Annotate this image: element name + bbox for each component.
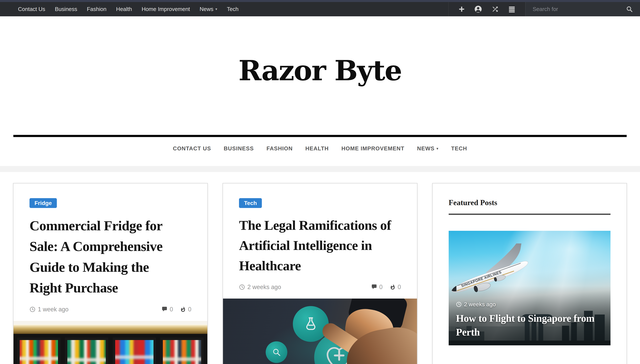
- top-navbar: Contact Us Business Fashion Health Home …: [0, 2, 640, 16]
- user-account-icon[interactable]: [474, 5, 482, 13]
- post-date: 1 week ago: [30, 306, 69, 313]
- category-badge[interactable]: Tech: [239, 198, 262, 208]
- site-logo[interactable]: Razor Byte: [238, 54, 402, 87]
- fire-icon: [180, 306, 186, 312]
- post-card-ai-healthcare: Tech The Legal Ramifications of Artifici…: [222, 183, 417, 364]
- topbar-menu: Contact Us Business Fashion Health Home …: [0, 2, 238, 16]
- post-thumbnail-fridge[interactable]: [14, 321, 207, 364]
- magnifier-icon: [266, 341, 287, 363]
- mainnav-health[interactable]: HEALTH: [305, 145, 329, 152]
- topnav-contact-us[interactable]: Contact Us: [18, 6, 45, 12]
- featured-posts-widget: Featured Posts: [432, 183, 627, 364]
- post-meta: 1 week ago 0 0: [30, 306, 191, 313]
- comment-icon: [371, 284, 377, 290]
- chevron-down-icon: ▾: [215, 7, 217, 11]
- post-title-link[interactable]: Commercial Fridge for Sale: A Comprehens…: [30, 215, 182, 298]
- mainnav-home-improvement[interactable]: HOME IMPROVEMENT: [341, 145, 404, 152]
- featured-post-overlay: 2 weeks ago How to Flight to Singapore f…: [456, 301, 603, 339]
- posts-row: Fridge Commercial Fridge for Sale: A Com…: [0, 172, 640, 364]
- header-rule: [13, 135, 627, 137]
- fridge-photo: [14, 334, 207, 364]
- featured-posts-heading: Featured Posts: [449, 198, 610, 207]
- shuffle-random-icon[interactable]: [491, 5, 499, 13]
- mainnav-contact-us[interactable]: CONTACT US: [173, 145, 211, 152]
- views-stat: 0: [180, 306, 191, 313]
- clock-icon: [30, 306, 36, 312]
- clock-icon: [456, 302, 462, 307]
- mainnav-business[interactable]: BUSINESS: [224, 145, 254, 152]
- category-badge[interactable]: Fridge: [30, 198, 57, 208]
- topnav-news[interactable]: News ▾: [200, 6, 217, 12]
- search-bar: [525, 2, 640, 16]
- featured-post-title[interactable]: How to Flight to Singapore from Perth: [456, 312, 603, 339]
- fridge-gold-frame: [14, 324, 207, 334]
- post-date: 2 weeks ago: [239, 284, 281, 290]
- featured-post[interactable]: SINGAPORE AIRLINES: [449, 231, 610, 345]
- search-input[interactable]: [533, 6, 626, 12]
- topnav-health[interactable]: Health: [116, 6, 132, 12]
- sidebar-menu-icon[interactable]: [508, 5, 516, 13]
- clock-icon: [239, 284, 245, 290]
- featured-post-date: 2 weeks ago: [456, 301, 603, 308]
- post-stats: 0 0: [161, 306, 191, 313]
- featured-heading-rule: [449, 214, 610, 215]
- mainnav-tech[interactable]: TECH: [451, 145, 467, 152]
- post-card-fridge: Fridge Commercial Fridge for Sale: A Com…: [13, 183, 208, 364]
- fridge-door: [160, 338, 204, 364]
- chevron-down-icon: ▾: [437, 147, 439, 150]
- masthead: Razor Byte: [0, 16, 640, 87]
- fridge-door: [65, 338, 108, 364]
- mainnav-fashion[interactable]: FASHION: [266, 145, 293, 152]
- comments-stat[interactable]: 0: [371, 284, 383, 290]
- flask-icon: [293, 306, 329, 342]
- content-divider-bar: [0, 166, 640, 172]
- mainnav-news[interactable]: NEWS ▾: [417, 145, 439, 152]
- views-stat: 0: [390, 284, 401, 290]
- topnav-business[interactable]: Business: [55, 6, 77, 12]
- fridge-door: [113, 338, 156, 364]
- fire-icon: [390, 284, 396, 290]
- fridge-wall: [14, 321, 207, 324]
- top-accent-strip: [0, 0, 640, 2]
- topnav-fashion[interactable]: Fashion: [87, 6, 106, 12]
- comment-icon: [161, 306, 168, 312]
- topbar-icon-buttons: [448, 2, 525, 16]
- plus-icon[interactable]: [458, 6, 465, 12]
- comments-stat[interactable]: 0: [161, 306, 173, 313]
- topnav-tech[interactable]: Tech: [227, 6, 238, 12]
- post-title-link[interactable]: The Legal Ramifications of Artificial In…: [239, 215, 398, 276]
- topnav-home-improvement[interactable]: Home Improvement: [142, 6, 190, 12]
- post-thumbnail-ai-healthcare[interactable]: [223, 298, 417, 364]
- fridge-door: [17, 338, 61, 364]
- main-nav: CONTACT US BUSINESS FASHION HEALTH HOME …: [0, 145, 640, 152]
- topbar-right: [448, 2, 640, 16]
- post-stats: 0 0: [371, 284, 401, 290]
- ai-healthcare-photo: [223, 298, 417, 364]
- search-icon[interactable]: [626, 6, 633, 13]
- post-meta: 2 weeks ago 0 0: [239, 284, 401, 290]
